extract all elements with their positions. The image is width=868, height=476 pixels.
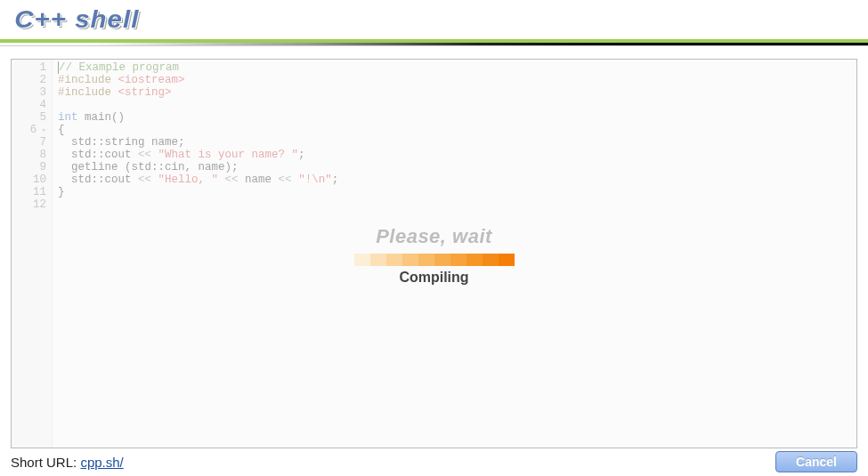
code-line[interactable]: #include <string> xyxy=(58,86,856,99)
short-url-label: Short URL: xyxy=(11,455,80,470)
line-number: 3 xyxy=(12,86,46,99)
code-line[interactable]: std::cout << "What is your name? "; xyxy=(58,149,856,161)
line-number: 4 xyxy=(12,99,46,111)
code-editor[interactable]: 123456789101112 // Example program#inclu… xyxy=(11,59,857,448)
code-line[interactable]: { xyxy=(58,124,856,136)
code-line[interactable]: getline (std::cin, name); xyxy=(58,161,856,173)
header-divider xyxy=(0,39,868,46)
logo: C++ shell xyxy=(11,2,868,39)
line-number: 11 xyxy=(12,186,46,198)
code-area[interactable]: 123456789101112 // Example program#inclu… xyxy=(12,60,856,448)
line-number: 6 xyxy=(12,124,46,136)
code-line[interactable] xyxy=(58,99,856,111)
line-number: 5 xyxy=(12,111,46,124)
code-line[interactable]: // Example program xyxy=(58,61,856,74)
line-number: 10 xyxy=(12,173,46,186)
code-line[interactable]: #include <iostream> xyxy=(58,74,856,86)
line-number: 9 xyxy=(12,161,46,173)
line-number: 7 xyxy=(12,136,46,149)
short-url-link[interactable]: cpp.sh/ xyxy=(80,455,123,470)
footer: Short URL: cpp.sh/ Cancel xyxy=(11,451,857,472)
short-url: Short URL: cpp.sh/ xyxy=(11,455,124,470)
line-number-gutter: 123456789101112 xyxy=(12,60,53,448)
line-number: 1 xyxy=(12,61,46,74)
code-content[interactable]: // Example program#include <iostream>#in… xyxy=(53,60,856,448)
code-line[interactable]: std::cout << "Hello, " << name << "!\n"; xyxy=(58,173,856,186)
line-number: 8 xyxy=(12,149,46,161)
code-line[interactable] xyxy=(58,198,856,211)
line-number: 12 xyxy=(12,198,46,211)
header: C++ shell xyxy=(0,0,868,39)
code-line[interactable]: } xyxy=(58,186,856,198)
cancel-button[interactable]: Cancel xyxy=(775,451,857,472)
line-number: 2 xyxy=(12,74,46,86)
code-line[interactable]: int main() xyxy=(58,111,856,124)
code-line[interactable]: std::string name; xyxy=(58,136,856,149)
